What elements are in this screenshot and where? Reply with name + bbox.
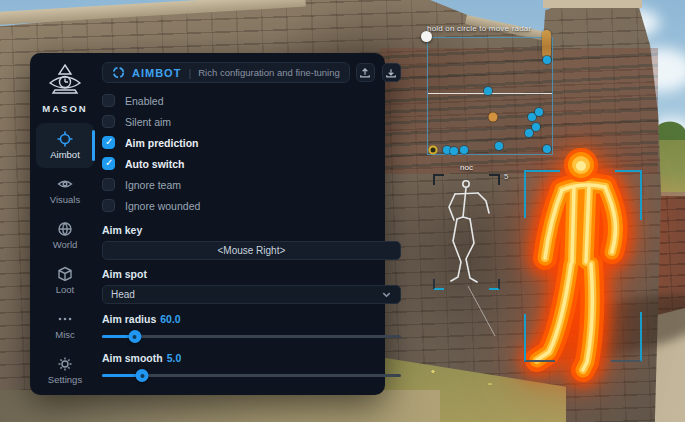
slider-value: 5.0: [167, 352, 182, 364]
dots-icon: [57, 311, 73, 327]
bracket-corner: [433, 279, 444, 290]
radar-dot-blue: [484, 87, 492, 95]
checkbox-box[interactable]: [102, 94, 115, 107]
bracket-corner: [489, 174, 500, 185]
checkbox-box[interactable]: [102, 178, 115, 191]
checkbox-list: Enabled Silent aim Aim prediction Auto s…: [102, 90, 401, 216]
slider-label: Aim radius: [102, 313, 156, 325]
checkbox-label: Ignore wounded: [125, 200, 200, 212]
import-config-button[interactable]: [382, 63, 401, 82]
checkbox-ignore-team[interactable]: Ignore team: [102, 174, 401, 195]
sidebar-item-label: World: [53, 239, 78, 250]
checkbox-box[interactable]: [102, 157, 115, 170]
checkbox-label: Silent aim: [125, 116, 171, 128]
esp-player-name: noc: [433, 163, 500, 172]
eye-icon: [57, 176, 73, 192]
radar-dot-blue: [535, 108, 543, 116]
aim-radius-control: Aim radius60.0: [102, 313, 401, 343]
sidebar: MASON Aimbot Visuals: [30, 53, 100, 395]
download-icon: [385, 67, 397, 79]
slider-track[interactable]: [102, 335, 401, 338]
upload-icon: [359, 67, 371, 79]
aim-radius-slider[interactable]: [102, 329, 401, 343]
aim-spot-value: Head: [111, 289, 135, 300]
ring-icon: [112, 66, 125, 79]
section-subtitle: Rich configuration and fine-tuning: [198, 67, 340, 78]
sidebar-item-label: Visuals: [50, 194, 80, 205]
radar-dot-orange: [489, 113, 498, 122]
checkbox-label: Auto switch: [125, 158, 185, 170]
aim-spot-select[interactable]: Head: [102, 285, 401, 304]
aim-smooth-label: Aim smooth5.0: [102, 352, 401, 364]
checkbox-auto-switch[interactable]: Auto switch: [102, 153, 401, 174]
radar-drag-handle[interactable]: [421, 31, 432, 42]
checkbox-label: Aim prediction: [125, 137, 199, 149]
checkbox-aim-prediction[interactable]: Aim prediction: [102, 132, 401, 153]
sidebar-item-world[interactable]: World: [36, 213, 94, 258]
radar-hint-text: hold on circle to move radar: [427, 24, 587, 33]
player-esp-bracket: [615, 170, 642, 220]
chevron-down-icon: [381, 289, 392, 300]
radar-loot-marker: [542, 30, 551, 58]
checkbox-enabled[interactable]: Enabled: [102, 90, 401, 111]
player-esp-bracket: [524, 170, 560, 218]
checkbox-ignore-wounded[interactable]: Ignore wounded: [102, 195, 401, 216]
sidebar-nav: Aimbot Visuals World: [30, 123, 100, 393]
radar-dot-blue: [532, 123, 540, 131]
radar-dot-blue: [525, 129, 533, 137]
radar-widget: [427, 37, 553, 155]
player-esp-bracket: [611, 312, 642, 362]
aim-smooth-slider[interactable]: [102, 368, 401, 382]
brand-logo: MASON: [42, 62, 87, 114]
section-header: AIMBOT | Rich configuration and fine-tun…: [102, 62, 350, 83]
header-separator: |: [188, 67, 191, 79]
aim-spot-label: Aim spot: [102, 268, 401, 280]
sidebar-item-label: Aimbot: [50, 149, 80, 160]
parapet-cap: [543, 0, 642, 8]
player-esp-bracket: [524, 314, 555, 362]
cheat-menu-panel: MASON Aimbot Visuals: [30, 53, 385, 395]
radar-dot-blue: [450, 147, 458, 155]
sidebar-item-visuals[interactable]: Visuals: [36, 168, 94, 213]
sidebar-item-label: Settings: [48, 374, 82, 385]
aim-radius-label: Aim radius60.0: [102, 313, 401, 325]
aim-smooth-control: Aim smooth5.0: [102, 352, 401, 382]
checkbox-box[interactable]: [102, 115, 115, 128]
export-config-button[interactable]: [356, 63, 375, 82]
sidebar-item-loot[interactable]: Loot: [36, 258, 94, 303]
sidebar-item-label: Loot: [56, 284, 75, 295]
radar-dot-blue: [543, 56, 551, 64]
bracket-corner: [489, 279, 500, 290]
globe-icon: [57, 221, 73, 237]
checkbox-silent-aim[interactable]: Silent aim: [102, 111, 401, 132]
aim-key-label: Aim key: [102, 224, 401, 236]
slider-thumb[interactable]: [128, 330, 141, 343]
gear-icon: [57, 356, 73, 372]
radar-dot-blue: [495, 142, 503, 150]
menu-content: AIMBOT | Rich configuration and fine-tun…: [100, 53, 411, 395]
slider-value: 60.0: [160, 313, 180, 325]
checkbox-box[interactable]: [102, 199, 115, 212]
crosshair-icon: [57, 131, 73, 147]
radar-dot-self: [429, 146, 438, 155]
mason-eye-logo-icon: [46, 62, 84, 100]
esp-distance-label: 5: [504, 172, 508, 181]
sidebar-item-misc[interactable]: Misc: [36, 303, 94, 348]
bracket-corner: [433, 174, 444, 185]
cube-icon: [57, 266, 73, 282]
section-title: AIMBOT: [132, 67, 181, 79]
header-row: AIMBOT | Rich configuration and fine-tun…: [102, 62, 401, 83]
sidebar-item-settings[interactable]: Settings: [36, 348, 94, 393]
slider-thumb[interactable]: [136, 369, 149, 382]
skeleton-esp-box: [433, 174, 500, 290]
sidebar-item-aimbot[interactable]: Aimbot: [36, 123, 94, 168]
slider-label: Aim smooth: [102, 352, 163, 364]
checkbox-label: Enabled: [125, 95, 164, 107]
checkbox-box[interactable]: [102, 136, 115, 149]
radar-dot-blue: [543, 145, 551, 153]
brand-name: MASON: [42, 103, 87, 114]
aim-key-binding[interactable]: <Mouse Right>: [102, 241, 401, 260]
radar-dot-blue: [460, 146, 468, 154]
sidebar-item-label: Misc: [55, 329, 75, 340]
game-screen: noc 5 hold on circle to move radar MASON: [0, 0, 685, 422]
